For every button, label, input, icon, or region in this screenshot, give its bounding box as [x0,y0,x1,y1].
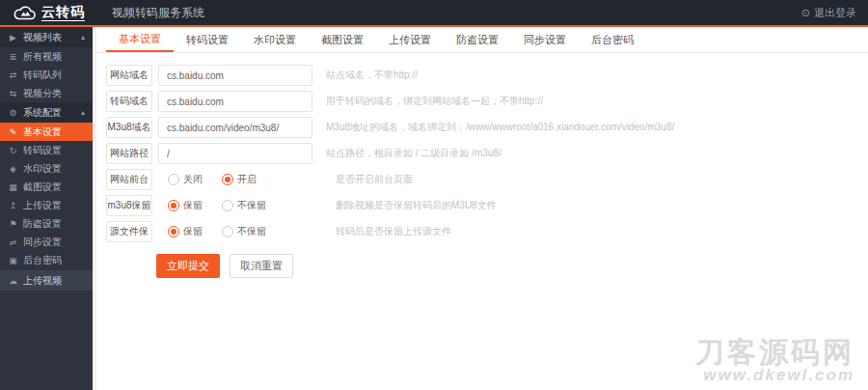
sidebar-item-label: 基本设置 [23,125,62,139]
tab-label: 同步设置 [524,33,566,47]
upload-icon: ↥ [8,201,18,210]
radio-label: 保留 [183,225,203,238]
m3u8-domain-label: M3u8域名 [106,117,152,138]
site-path-hint: 站点路径，根目录如 / 二级目录如 /m3u8/ [326,147,502,160]
app-layout: ▶ 视频列表 ▴ ≣ 所有视频 ⇄ 转码队列 ⇆ 视频分类 ⚙ 系统配置 ▴ ✎… [0,27,868,390]
source-keep-radio-group: 保留 不保留 [158,225,322,238]
radio-option-discard[interactable]: 不保留 [222,199,266,212]
sidebar-item-screenshot-settings[interactable]: ▦ 截图设置 [0,178,93,196]
transcode-domain-hint: 用于转码的域名，绑定到网站域名一起，不带http:// [326,95,543,108]
settings-tabbar: 基本设置 转码设置 水印设置 截图设置 上传设置 防盗设置 同步设置 后台密码 [96,27,868,53]
sidebar-item-basic-settings[interactable]: ✎ 基本设置 [0,123,93,141]
sidebar-item-video-categories[interactable]: ⇆ 视频分类 [0,84,93,102]
tab-watermark-settings[interactable]: 水印设置 [241,27,309,52]
sidebar-item-backend-password[interactable]: ▣ 后台密码 [0,251,93,269]
tab-label: 截图设置 [321,33,364,47]
source-keep-label: 源文件保留 [106,221,152,242]
sync-icon: ⇌ [8,237,18,247]
radio-option-off[interactable]: 关闭 [168,173,203,186]
logo-text: 云转码 [41,4,85,20]
submit-button[interactable]: 立即提交 [156,254,220,278]
site-domain-hint: 站点域名，不带http:// [326,69,418,82]
tab-label: 水印设置 [254,33,296,47]
m3u8-keep-hint: 删除视频是否保留转码后的M3U8文件 [336,199,497,212]
site-domain-input[interactable] [158,65,312,86]
transcode-domain-label: 转码域名 [106,91,152,112]
site-watermark: 刀客源码网 www.dkewl.com [695,337,854,384]
tab-label: 后台密码 [591,33,634,47]
image-icon: ▦ [8,182,18,192]
tab-basic-settings[interactable]: 基本设置 [106,27,174,52]
sidebar-item-label: 上传设置 [23,199,62,212]
sidebar-item-label: 截图设置 [23,181,62,194]
sidebar-item-label: 后台密码 [23,254,62,267]
tab-backend-password[interactable]: 后台密码 [579,27,646,52]
watermark-text: 刀客源码网 [695,337,854,368]
radio-button[interactable] [168,174,179,185]
radio-option-discard[interactable]: 不保留 [222,225,266,238]
tab-label: 转码设置 [186,33,229,47]
basic-settings-form: 网站域名 站点域名，不带http:// 转码域名 用于转码的域名，绑定到网站域名… [96,53,868,278]
radio-label: 保留 [183,199,203,212]
site-frontend-radio-group: 关闭 开启 [158,173,322,186]
refresh-icon: ↻ [8,146,18,155]
radio-button[interactable] [222,174,233,185]
sidebar-item-all-videos[interactable]: ≣ 所有视频 [0,47,93,66]
tab-transcode-settings[interactable]: 转码设置 [174,27,241,52]
row-m3u8-keep: m3u8保留 保留 不保留 删除视频是否保留转码后的M3U8文件 [106,195,868,216]
radio-button[interactable] [222,226,233,237]
sidebar-item-upload-settings[interactable]: ↥ 上传设置 [0,196,93,214]
sidebar-item-upload-video[interactable]: ☁ 上传视频 [0,270,93,291]
m3u8-domain-input[interactable] [158,117,312,138]
topbar: 云转码 视频转码服务系统 ⊙ 退出登录 [0,0,868,27]
row-transcode-domain: 转码域名 用于转码的域名，绑定到网站域名一起，不带http:// [106,91,868,112]
row-site-path: 网站路径 站点路径，根目录如 / 二级目录如 /m3u8/ [106,143,868,164]
sidebar-section-label: 视频列表 [23,31,62,44]
radio-button[interactable] [222,200,233,211]
radio-option-keep[interactable]: 保留 [168,225,203,238]
radio-button[interactable] [168,226,179,237]
sidebar-item-transcode-queue[interactable]: ⇄ 转码队列 [0,66,93,84]
reset-button[interactable]: 取消重置 [230,254,293,278]
tab-label: 基本设置 [119,32,161,46]
sidebar-item-antitheft-settings[interactable]: ⚑ 防盗设置 [0,214,93,233]
radio-option-keep[interactable]: 保留 [168,199,203,212]
sidebar-item-label: 转码队列 [23,69,62,82]
cloud-upload-icon: ☁ [8,276,18,286]
gear-icon: ⚙ [8,108,18,118]
sidebar-item-transcode-settings[interactable]: ↻ 转码设置 [0,141,93,159]
tab-label: 防盗设置 [456,33,499,47]
tab-antitheft-settings[interactable]: 防盗设置 [444,27,511,52]
row-m3u8-domain: M3u8域名 M3u8地址的域名，域名绑定到：/www/wwwroot/a016… [106,117,868,138]
sidebar-item-watermark-settings[interactable]: ◈ 水印设置 [0,159,93,178]
row-source-keep: 源文件保留 保留 不保留 转码后是否保留上传源文件 [106,221,868,242]
radio-option-on[interactable]: 开启 [222,173,257,186]
tab-upload-settings[interactable]: 上传设置 [376,27,444,52]
radio-button[interactable] [168,200,179,211]
tab-sync-settings[interactable]: 同步设置 [511,27,579,52]
m3u8-keep-label: m3u8保留 [106,195,152,216]
sidebar-item-label: 同步设置 [23,236,62,249]
m3u8-keep-radio-group: 保留 不保留 [158,199,322,212]
site-frontend-label: 网站前台 [106,169,152,190]
sidebar-section-video-list[interactable]: ▶ 视频列表 ▴ [0,27,93,47]
list-icon: ≣ [8,52,18,62]
app-logo: 云转码 [12,4,85,20]
site-path-input[interactable] [158,143,312,164]
transcode-domain-input[interactable] [158,91,312,112]
sidebar-item-label: 水印设置 [23,162,62,176]
site-frontend-hint: 是否开启前台页面 [336,173,413,186]
sidebar-section-system-config[interactable]: ⚙ 系统配置 ▴ [0,102,93,123]
sidebar-item-sync-settings[interactable]: ⇌ 同步设置 [0,233,93,251]
cloud-logo-icon [12,5,37,21]
watermark-icon: ◈ [8,164,18,174]
sidebar-item-label: 视频分类 [23,87,62,100]
chevron-up-icon: ▴ [81,33,85,42]
sidebar-section-label: 系统配置 [23,106,62,120]
tab-screenshot-settings[interactable]: 截图设置 [309,27,376,52]
sidebar-item-label: 所有视频 [23,50,62,64]
logout-button[interactable]: ⊙ 退出登录 [801,6,856,20]
edit-icon: ✎ [8,127,18,137]
video-icon: ▶ [8,33,18,42]
form-buttons: 立即提交 取消重置 [156,254,868,278]
